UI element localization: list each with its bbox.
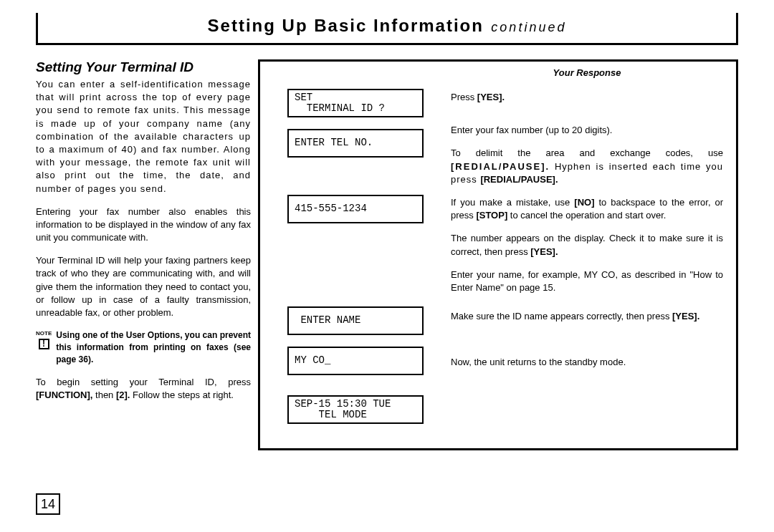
header-title: Setting Up Basic Information [208, 16, 484, 35]
lcd-display-5: MY CO_ [287, 347, 424, 375]
note-block: NOTE ! Using one of the User Options, yo… [36, 329, 251, 365]
response-column: Your Response Press [YES]. Enter your fa… [451, 67, 723, 435]
note-icon: NOTE ! [36, 329, 52, 365]
lcd-display-6: SEP-15 15:30 TUE TEL MODE [287, 395, 424, 424]
intro-paragraph-2: Entering your fax number also enables th… [36, 205, 251, 245]
lcd-display-2: ENTER TEL NO. [287, 129, 424, 158]
response-7: Make sure the ID name appears correctly,… [451, 310, 723, 323]
display-column: SET TERMINAL ID ? ENTER TEL NO. 415-555-… [273, 67, 438, 435]
response-2: Enter your fax number (up to 20 digits). [451, 124, 723, 137]
response-6: Enter your name, for example, MY CO, as … [451, 269, 723, 294]
response-8: Now, the unit returns to the standby mod… [451, 356, 723, 369]
response-header: Your Response [451, 67, 723, 78]
note-exclamation-icon: ! [39, 339, 49, 349]
page-number: 14 [36, 493, 60, 515]
left-column: Setting Your Terminal ID You can enter a… [36, 59, 251, 450]
response-1: Press [YES]. [451, 91, 723, 104]
begin-instructions: To begin setting your Terminal ID, press… [36, 376, 251, 402]
response-4: If you make a mistake, use [NO] to backs… [451, 196, 723, 222]
intro-paragraph-3: Your Terminal ID will help your faxing p… [36, 254, 251, 319]
response-5: The number appears on the display. Check… [451, 232, 723, 258]
section-title: Setting Your Terminal ID [36, 59, 251, 75]
response-3: To delimit the area and exchange codes, … [451, 147, 723, 186]
lcd-display-1: SET TERMINAL ID ? [287, 89, 424, 117]
note-small-label: NOTE [36, 330, 52, 337]
intro-paragraph-1: You can enter a self-identification mess… [36, 78, 251, 195]
lcd-display-3: 415-555-1234 [287, 195, 424, 223]
header-continued: continued [491, 20, 566, 34]
page-header: Setting Up Basic Information continued [36, 13, 738, 45]
procedure-box: SET TERMINAL ID ? ENTER TEL NO. 415-555-… [258, 59, 738, 450]
note-text: Using one of the User Options, you can p… [56, 329, 251, 365]
lcd-display-4: ENTER NAME [287, 306, 424, 335]
